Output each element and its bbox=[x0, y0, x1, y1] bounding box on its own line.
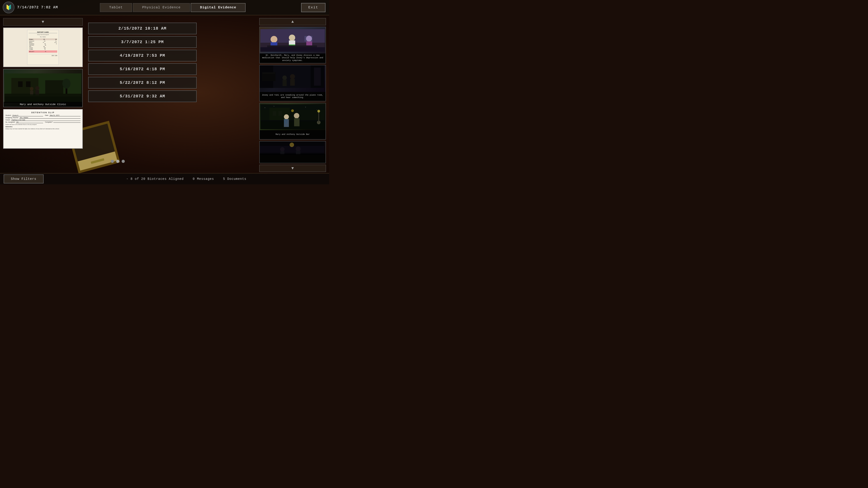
svg-point-59 bbox=[280, 147, 285, 152]
svg-rect-44 bbox=[278, 111, 282, 116]
thumb1-svg bbox=[260, 29, 325, 52]
grade-row-comm: COMM.75 bbox=[29, 48, 57, 50]
timeline-panel: 2/15/2072 10:18 AM 3/7/2072 1:25 PM 4/19… bbox=[88, 18, 197, 172]
thumb2-label: Zooey and Yuki are sneaking around the p… bbox=[260, 92, 326, 101]
detention-note: Student will report to the Detention Roo… bbox=[5, 124, 81, 125]
thumb1-label: Dr. Reinhardt, Mary, and Zooey discuss a… bbox=[260, 53, 326, 63]
messages-status: 0 Messages bbox=[193, 177, 214, 181]
clinic-scene-svg bbox=[4, 73, 81, 103]
svg-point-37 bbox=[274, 106, 274, 106]
svg-rect-33 bbox=[314, 68, 321, 86]
svg-point-29 bbox=[290, 74, 295, 79]
report-card-student: Zooey Kammerzugaard bbox=[29, 34, 57, 35]
svg-point-39 bbox=[305, 107, 306, 107]
detention-title: DETENTION SLIP bbox=[5, 111, 81, 113]
thumb-scene-4 bbox=[260, 141, 326, 154]
svg-rect-12 bbox=[4, 94, 81, 96]
thumb-scene-3 bbox=[260, 103, 326, 130]
svg-point-58 bbox=[289, 142, 294, 147]
tab-physical-evidence[interactable]: Physical Evidence bbox=[133, 3, 190, 12]
thumb-scene-1 bbox=[260, 27, 326, 54]
timeline-entry-1[interactable]: 3/7/2072 1:25 PM bbox=[88, 36, 197, 48]
tab-tablet[interactable]: Tablet bbox=[100, 3, 132, 12]
right-panel: ▲ bbox=[259, 18, 326, 172]
detention-remarks-label: REMARKS: bbox=[5, 126, 81, 127]
timeline-entry-4[interactable]: 5/22/2072 8:12 PM bbox=[88, 77, 197, 89]
left-panel: ▼ REPORT CARD Zooey Kammerzugaard Mrs. W… bbox=[3, 18, 83, 172]
thumbnail-dark-indoor[interactable] bbox=[259, 141, 326, 163]
svg-point-55 bbox=[317, 110, 320, 112]
svg-rect-50 bbox=[286, 119, 287, 124]
bottom-bar: Show Filters - 8 of 20 Biotraces Aligned… bbox=[0, 173, 329, 184]
video-card-clinic[interactable]: Mary and Anthony Outside Clinic bbox=[3, 69, 83, 107]
detention-remarks: Zooey may not have started the fight, bu… bbox=[5, 128, 81, 130]
svg-point-27 bbox=[282, 75, 287, 80]
report-card-title: REPORT CARD bbox=[29, 31, 57, 33]
svg-rect-24 bbox=[260, 47, 325, 52]
detention-student: Student: Zooey K. Date: May 31, 2072 bbox=[5, 115, 81, 116]
top-bar: 🔰 7/14/2072 7:02 AM Tablet Physical Evid… bbox=[0, 0, 329, 15]
clinic-scene bbox=[4, 69, 82, 107]
svg-rect-23 bbox=[267, 45, 317, 47]
thumbnail-reinhardt-meeting[interactable]: Dr. Reinhardt, Mary, and Zooey discuss a… bbox=[259, 27, 326, 64]
scroll-down-button[interactable]: ▼ bbox=[259, 165, 326, 172]
svg-point-17 bbox=[289, 35, 295, 41]
exit-button[interactable]: Exit bbox=[301, 3, 326, 12]
biotraces-status: - 8 of 20 Biotraces Aligned bbox=[126, 177, 184, 181]
svg-rect-28 bbox=[283, 80, 287, 86]
timeline-entry-0[interactable]: 2/15/2072 10:18 AM bbox=[88, 23, 197, 34]
scroll-up-arrow[interactable]: ▼ bbox=[3, 18, 83, 26]
svg-point-45 bbox=[291, 109, 294, 112]
nav-buttons: Tablet Physical Evidence Digital Evidenc… bbox=[44, 3, 301, 12]
svg-point-7 bbox=[62, 78, 70, 89]
svg-point-61 bbox=[296, 147, 301, 151]
documents-status: 5 Documents bbox=[223, 177, 246, 181]
detention-teacher: Assigning Teacher: Mrs. Walker bbox=[5, 117, 81, 119]
timeline-entry-3[interactable]: 5/16/2072 4:18 PM bbox=[88, 63, 197, 75]
report-card[interactable]: REPORT CARD Zooey Kammerzugaard Mrs. Wal… bbox=[3, 28, 83, 67]
thumb4-svg bbox=[260, 141, 324, 155]
svg-rect-49 bbox=[284, 119, 285, 124]
thumb3-svg bbox=[260, 104, 325, 129]
tab-digital-evidence[interactable]: Digital Evidence bbox=[191, 3, 246, 12]
logo-badge: 🔰 bbox=[3, 2, 14, 13]
svg-point-10 bbox=[35, 86, 39, 90]
timeline-entry-2[interactable]: 4/19/2072 7:53 PM bbox=[88, 50, 197, 61]
report-card-inner: REPORT CARD Zooey Kammerzugaard Mrs. Wal… bbox=[27, 30, 59, 65]
svg-rect-32 bbox=[262, 72, 275, 74]
thumbnail-piano-room[interactable]: Zooey and Yuki are sneaking around the p… bbox=[259, 65, 326, 102]
svg-rect-52 bbox=[294, 118, 300, 126]
detention-slip[interactable]: DETENTION SLIP Student: Zooey K. Date: M… bbox=[3, 109, 83, 149]
clinic-card-label: Mary and Anthony Outside Clinic bbox=[4, 102, 82, 107]
svg-rect-3 bbox=[18, 81, 23, 87]
svg-rect-22 bbox=[305, 36, 312, 41]
thumb3-label: Mary and Anthony Outside Bar bbox=[260, 130, 326, 139]
grade-row-biology: BIOLOGY76 bbox=[29, 51, 57, 53]
show-filters-button[interactable]: Show Filters bbox=[4, 174, 43, 184]
svg-rect-46 bbox=[260, 121, 325, 129]
report-card-teacher: Mrs. Walker bbox=[29, 36, 57, 37]
detention-cause: Cause: Fighting in the halls bbox=[5, 119, 81, 121]
svg-rect-18 bbox=[289, 40, 295, 45]
svg-rect-4 bbox=[26, 81, 31, 87]
grades-footer: 189 / 188 bbox=[29, 54, 57, 56]
scroll-up-button[interactable]: ▲ bbox=[259, 18, 326, 25]
svg-rect-5 bbox=[45, 80, 63, 94]
thumb4-label bbox=[260, 154, 326, 163]
svg-point-47 bbox=[284, 114, 289, 119]
thumb-scene-2 bbox=[260, 65, 326, 92]
svg-rect-43 bbox=[273, 111, 276, 116]
svg-rect-2 bbox=[11, 78, 38, 94]
svg-point-51 bbox=[294, 113, 299, 119]
timeline-entry-5[interactable]: 5/31/2072 9:32 AM bbox=[88, 90, 197, 102]
thumbnail-outside-bar[interactable]: Mary and Anthony Outside Bar bbox=[259, 103, 326, 140]
svg-point-15 bbox=[271, 36, 277, 43]
status-bar: - 8 of 20 Biotraces Aligned 0 Messages 5… bbox=[43, 177, 329, 181]
detention-no-assigned: No. Assigned: 1hr Complete? bbox=[5, 121, 81, 123]
svg-point-8 bbox=[30, 87, 33, 91]
grade-header: SubjectQ1Q2 bbox=[29, 38, 57, 40]
svg-rect-54 bbox=[318, 111, 319, 123]
thumb2-svg bbox=[260, 65, 324, 88]
svg-point-36 bbox=[265, 107, 265, 108]
badge-icon: 🔰 bbox=[6, 4, 12, 11]
